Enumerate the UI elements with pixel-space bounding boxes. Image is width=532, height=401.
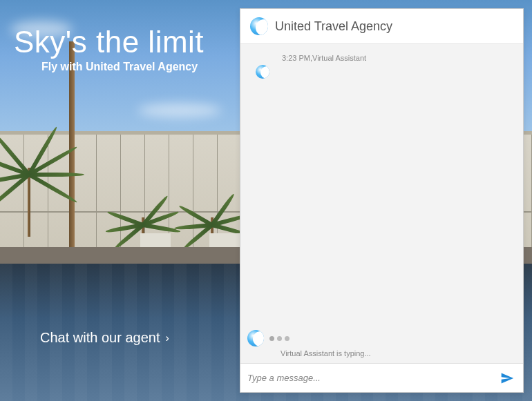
chat-header-title: United Travel Agency <box>275 19 392 34</box>
hero-title: Sky's the limit <box>14 25 204 59</box>
chat-widget: United Travel Agency 3:23 PM,Virtual Ass… <box>240 8 524 393</box>
chat-input-bar <box>240 363 523 392</box>
chevron-right-icon: › <box>165 332 169 344</box>
chat-body[interactable]: 3:23 PM,Virtual Assistant Virtual Assist… <box>240 44 523 363</box>
send-button[interactable] <box>498 369 516 387</box>
typing-dots-icon <box>269 336 289 341</box>
hero-text-block: Sky's the limit Fly with United Travel A… <box>14 25 204 73</box>
wave-logo-icon <box>247 330 264 346</box>
palm-tree-decoration <box>28 168 30 237</box>
send-icon <box>500 371 514 385</box>
cloud-decoration <box>138 104 221 117</box>
message-input[interactable] <box>247 373 498 383</box>
wave-logo-icon <box>250 17 268 35</box>
hero-subtitle: Fly with United Travel Agency <box>41 61 204 73</box>
assistant-message <box>256 65 515 79</box>
typing-indicator-block: Virtual Assistant is typing... <box>247 330 516 358</box>
chat-cta-label: Chat with our agent <box>40 330 160 346</box>
typing-label: Virtual Assistant is typing... <box>281 349 516 358</box>
chat-header: United Travel Agency <box>240 9 523 44</box>
chat-with-agent-link[interactable]: Chat with our agent › <box>40 330 169 346</box>
wave-logo-icon <box>256 65 269 79</box>
message-meta: 3:23 PM,Virtual Assistant <box>282 54 515 62</box>
